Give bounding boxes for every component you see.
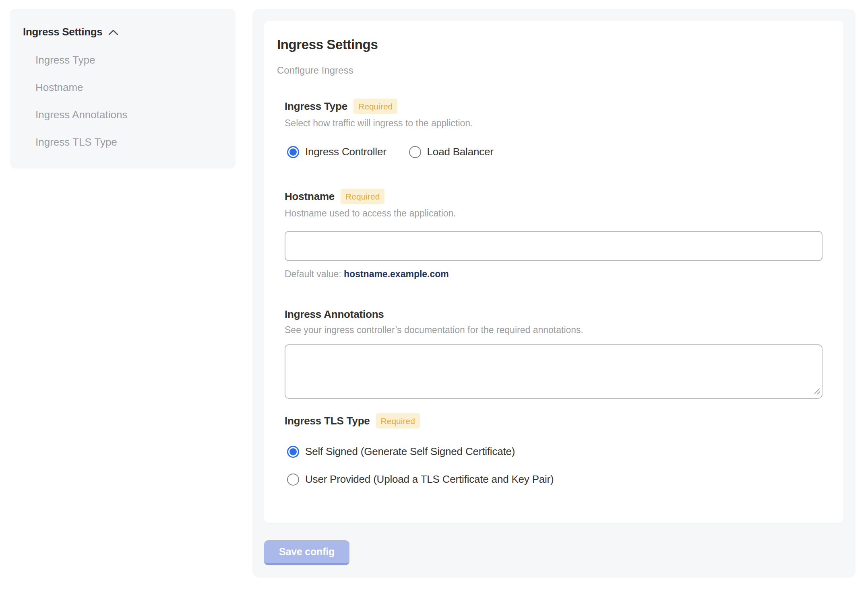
radio-unselected-icon[interactable] — [409, 146, 421, 158]
config-card: Ingress Settings Configure Ingress Ingre… — [264, 21, 843, 523]
required-badge: Required — [353, 99, 397, 114]
config-item-hostname: Hostname Required Hostname used to acces… — [285, 189, 823, 280]
ingress-annotations-label: Ingress Annotations — [285, 308, 384, 321]
sidebar-item-hostname[interactable]: Hostname — [35, 81, 223, 93]
sidebar-item-list: Ingress Type Hostname Ingress Annotation… — [23, 54, 223, 148]
page-title: Ingress Settings — [277, 37, 823, 52]
hostname-default-line: Default value: hostname.example.com — [285, 269, 823, 280]
radio-option-self-signed[interactable]: Self Signed (Generate Self Signed Certif… — [287, 445, 823, 458]
radio-selected-icon[interactable] — [287, 446, 299, 458]
chevron-up-icon — [108, 28, 118, 35]
radio-option-ingress-controller[interactable]: Ingress Controller — [287, 146, 386, 158]
config-nav-sidebar: Ingress Settings Ingress Type Hostname I… — [10, 9, 236, 169]
sidebar-item-ingress-tls-type[interactable]: Ingress TLS Type — [35, 136, 223, 148]
config-item-ingress-type: Ingress Type Required Select how traffic… — [285, 99, 823, 158]
ingress-annotations-textarea[interactable] — [285, 344, 823, 399]
required-badge: Required — [341, 189, 384, 204]
sidebar-item-ingress-annotations[interactable]: Ingress Annotations — [35, 109, 223, 121]
required-badge: Required — [376, 413, 420, 428]
ingress-type-help: Select how traffic will ingress to the a… — [285, 118, 823, 129]
config-area: Ingress Settings Configure Ingress Ingre… — [252, 9, 856, 578]
page-subtitle: Configure Ingress — [277, 65, 823, 76]
ingress-annotations-help: See your ingress controller’s documentat… — [285, 325, 823, 336]
sidebar-item-ingress-type[interactable]: Ingress Type — [35, 54, 223, 66]
radio-option-load-balancer[interactable]: Load Balancer — [409, 146, 494, 158]
ingress-type-label: Ingress Type — [285, 100, 347, 113]
ingress-tls-type-label: Ingress TLS Type — [285, 414, 370, 427]
radio-option-user-provided[interactable]: User Provided (Upload a TLS Certificate … — [287, 473, 823, 486]
config-item-ingress-annotations: Ingress Annotations See your ingress con… — [285, 308, 823, 399]
radio-unselected-icon[interactable] — [287, 474, 299, 486]
default-value-text: hostname.example.com — [344, 269, 449, 279]
default-value-prefix: Default value: — [285, 269, 341, 279]
ingress-tls-radio-group: Self Signed (Generate Self Signed Certif… — [287, 445, 823, 486]
sidebar-group-header[interactable]: Ingress Settings — [23, 26, 223, 38]
radio-selected-icon[interactable] — [287, 146, 299, 158]
hostname-label: Hostname — [285, 190, 335, 203]
sidebar-group-title: Ingress Settings — [23, 26, 102, 38]
ingress-type-radio-group: Ingress Controller Load Balancer — [287, 146, 823, 158]
config-item-ingress-tls-type: Ingress TLS Type Required Self Signed (G… — [285, 413, 823, 486]
hostname-help: Hostname used to access the application. — [285, 208, 823, 219]
hostname-input[interactable] — [285, 231, 823, 261]
resize-handle-icon[interactable] — [813, 387, 820, 396]
save-config-button[interactable]: Save config — [264, 540, 349, 565]
